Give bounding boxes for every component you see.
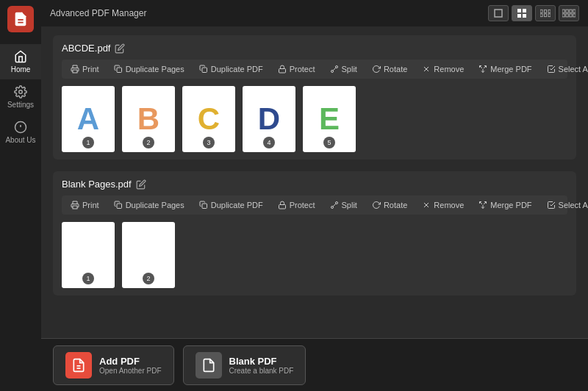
topbar: Advanced PDF Manager	[41, 0, 588, 26]
toolbar-remove-blank[interactable]: Remove	[417, 198, 468, 212]
page-num-2: 2	[143, 137, 154, 148]
duplicate-pdf-icon	[199, 65, 208, 73]
svg-point-2	[19, 90, 23, 94]
toolbar-select-all-abcde[interactable]: Select All	[542, 62, 588, 76]
view-controls	[488, 5, 579, 21]
svg-rect-18	[566, 10, 568, 12]
sidebar-item-home[interactable]: Home	[0, 44, 41, 79]
toolbar-abcde: Print Duplicate Pages Duplicat	[62, 60, 567, 79]
toolbar-select-all-blank[interactable]: Select All	[542, 198, 588, 212]
svg-rect-7	[517, 9, 521, 12]
pages-grid-blank: 1 2	[62, 222, 567, 288]
svg-point-30	[335, 66, 337, 68]
main-area: Advanced PDF Manager	[41, 0, 588, 391]
toolbar-dup-pages-abcde[interactable]: Duplicate Pages	[110, 62, 189, 76]
page-num-1: 1	[82, 137, 94, 148]
split-icon	[330, 65, 339, 73]
svg-rect-36	[202, 204, 207, 209]
view-grid4-btn[interactable]	[559, 5, 579, 21]
toolbar-print-blank[interactable]: Print	[66, 198, 104, 212]
select-all-icon	[547, 65, 556, 73]
page-thumb-4[interactable]: D 4	[243, 86, 295, 152]
svg-rect-14	[540, 14, 542, 17]
toolbar-merge-abcde[interactable]: Merge PDF	[474, 62, 536, 76]
toolbar-rotate-abcde[interactable]: Rotate	[368, 62, 412, 76]
pdf-header-blank: Blank Pages.pdf	[62, 179, 567, 190]
pdf-filename-blank: Blank Pages.pdf	[62, 179, 132, 190]
svg-rect-34	[73, 206, 77, 209]
svg-point-38	[331, 207, 333, 209]
svg-rect-22	[566, 14, 568, 17]
bottom-bar: Add PDF Open Another PDF Blank PDF Creat…	[41, 338, 588, 391]
page-card-1[interactable]: A 1	[62, 86, 115, 152]
sidebar-home-label: Home	[11, 65, 31, 73]
blank-page-thumb-2[interactable]: 2	[122, 222, 175, 288]
content-area: ABCDE.pdf Print	[41, 26, 588, 338]
app-logo	[7, 6, 34, 32]
pdf-edit-icon-abcde[interactable]	[115, 43, 125, 54]
page-letter-2: B	[137, 101, 159, 137]
page-letter-3: C	[198, 101, 220, 137]
toolbar-merge-blank[interactable]: Merge PDF	[474, 198, 536, 212]
page-num-3: 3	[203, 137, 215, 148]
view-grid2-btn[interactable]	[512, 5, 532, 21]
duplicate-pages-icon	[114, 65, 123, 73]
toolbar-split-abcde[interactable]: Split	[326, 62, 362, 76]
toolbar-print-abcde[interactable]: Print	[66, 62, 104, 76]
svg-rect-25	[73, 70, 77, 73]
select-all-icon-2	[547, 201, 556, 209]
svg-point-29	[331, 71, 333, 73]
page-card-5[interactable]: E 5	[303, 86, 356, 152]
sidebar-settings-label: Settings	[7, 101, 34, 109]
page-num-4: 4	[263, 137, 275, 148]
svg-rect-12	[544, 10, 546, 12]
print-icon	[71, 65, 79, 73]
blank-page-card-2[interactable]: 2	[122, 222, 175, 288]
blank-pdf-button[interactable]: Blank PDF Create a blank PDF	[183, 345, 306, 385]
toolbar-dup-pdf-abcde[interactable]: Duplicate PDF	[195, 62, 268, 76]
svg-rect-23	[570, 14, 572, 17]
page-card-3[interactable]: C 3	[182, 86, 235, 152]
dup-pages-icon-2	[114, 201, 123, 209]
svg-rect-35	[117, 204, 122, 209]
view-grid3-btn[interactable]	[535, 5, 556, 21]
remove-icon-2	[422, 201, 431, 209]
toolbar-remove-abcde[interactable]: Remove	[417, 62, 468, 76]
protect-icon	[278, 65, 287, 73]
blank-page-num-2: 2	[143, 273, 154, 284]
page-card-2[interactable]: B 2	[122, 86, 175, 152]
svg-rect-28	[279, 69, 285, 73]
split-icon-2	[330, 201, 339, 209]
page-card-4[interactable]: D 4	[243, 86, 295, 152]
svg-rect-37	[279, 205, 285, 209]
page-thumb-5[interactable]: E 5	[303, 86, 356, 152]
add-pdf-title: Add PDF	[99, 356, 162, 367]
sidebar: Home Settings About Us	[0, 0, 41, 391]
page-thumb-3[interactable]: C 3	[182, 86, 235, 152]
toolbar-split-blank[interactable]: Split	[326, 198, 362, 212]
sidebar-item-settings[interactable]: Settings	[0, 79, 41, 115]
page-thumb-2[interactable]: B 2	[122, 86, 175, 152]
svg-line-31	[333, 68, 335, 70]
add-pdf-text: Add PDF Open Another PDF	[99, 356, 162, 375]
svg-rect-13	[548, 10, 551, 12]
view-grid2-icon	[517, 8, 527, 18]
toolbar-dup-pages-blank[interactable]: Duplicate Pages	[110, 198, 189, 212]
merge-icon	[478, 65, 487, 73]
sidebar-item-about[interactable]: About Us	[0, 115, 41, 150]
view-single-icon	[493, 8, 503, 18]
page-thumb-1[interactable]: A 1	[62, 86, 115, 152]
pdf-edit-icon-blank[interactable]	[136, 179, 146, 190]
blank-page-thumb-1[interactable]: 1	[62, 222, 115, 288]
toolbar-dup-pdf-blank[interactable]: Duplicate PDF	[195, 198, 268, 212]
view-grid4-icon	[562, 8, 576, 18]
toolbar-rotate-blank[interactable]: Rotate	[368, 198, 412, 212]
page-num-5: 5	[323, 137, 335, 148]
toolbar-protect-blank[interactable]: Protect	[273, 198, 320, 212]
toolbar-protect-abcde[interactable]: Protect	[273, 62, 320, 76]
add-pdf-button[interactable]: Add PDF Open Another PDF	[53, 345, 174, 385]
view-single-btn[interactable]	[488, 5, 509, 21]
blank-page-card-1[interactable]: 1	[62, 222, 115, 288]
svg-rect-10	[523, 14, 526, 18]
pages-grid-abcde: A 1 B 2 C 3	[62, 86, 567, 152]
